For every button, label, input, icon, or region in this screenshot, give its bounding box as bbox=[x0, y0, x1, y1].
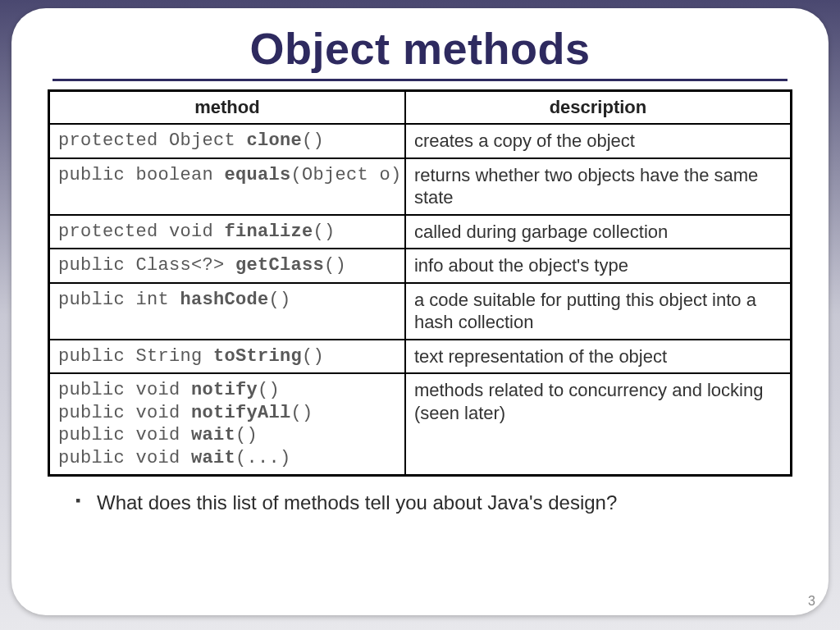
table-header-row: method description bbox=[49, 91, 792, 125]
bullet-question: What does this list of methods tell you … bbox=[75, 491, 792, 514]
method-signature-cell: public String toString() bbox=[49, 340, 405, 374]
method-name: finalize bbox=[225, 221, 313, 242]
method-name: toString bbox=[213, 346, 302, 367]
header-description: description bbox=[405, 91, 792, 125]
methods-table: method description protected Object clon… bbox=[48, 89, 792, 477]
method-signature: protected void finalize() bbox=[58, 221, 396, 244]
slide: Object methods method description protec… bbox=[11, 8, 829, 615]
method-signature: protected Object clone() bbox=[58, 130, 396, 153]
method-name: notify bbox=[191, 380, 258, 400]
title-underline bbox=[52, 79, 788, 81]
method-name: getClass bbox=[235, 255, 324, 276]
table-row: public Class<?> getClass()info about the… bbox=[49, 249, 792, 283]
method-description-cell: creates a copy of the object bbox=[405, 124, 792, 158]
method-name: clone bbox=[247, 130, 303, 151]
page-number: 3 bbox=[808, 594, 815, 609]
method-name: hashCode bbox=[180, 290, 269, 310]
method-signature-cell: public boolean equals(Object o) bbox=[49, 158, 405, 215]
method-signature-cell: protected void finalize() bbox=[49, 215, 405, 249]
method-name: wait bbox=[191, 448, 235, 468]
method-name: notifyAll bbox=[191, 403, 291, 423]
bullet-list: What does this list of methods tell you … bbox=[75, 491, 792, 514]
method-description-cell: a code suitable for putting this object … bbox=[405, 283, 792, 340]
table-row: public void notify() public void notifyA… bbox=[49, 373, 792, 476]
method-signature-cell: public int hashCode() bbox=[49, 283, 405, 340]
method-description-cell: info about the object's type bbox=[405, 249, 792, 283]
table-row: public int hashCode()a code suitable for… bbox=[49, 283, 792, 340]
method-signature: public Class<?> getClass() bbox=[58, 254, 396, 277]
method-description-cell: returns whether two objects have the sam… bbox=[405, 158, 792, 215]
method-description-cell: called during garbage collection bbox=[405, 215, 792, 249]
table-row: public boolean equals(Object o)returns w… bbox=[49, 158, 792, 215]
table-row: protected void finalize()called during g… bbox=[49, 215, 792, 249]
method-description-cell: text representation of the object bbox=[405, 340, 792, 374]
method-signature-cell: public Class<?> getClass() bbox=[49, 249, 405, 283]
header-method: method bbox=[49, 91, 405, 125]
method-signature-cell: public void notify() public void notifyA… bbox=[49, 373, 405, 476]
method-signature: public String toString() bbox=[58, 345, 396, 368]
method-name: equals bbox=[225, 165, 291, 185]
method-name: wait bbox=[191, 425, 235, 445]
method-description-cell: methods related to concurrency and locki… bbox=[405, 373, 792, 476]
slide-title: Object methods bbox=[48, 23, 792, 74]
method-signature-cell: protected Object clone() bbox=[49, 124, 405, 158]
method-signature: public int hashCode() bbox=[58, 289, 396, 312]
method-signature: public void notify() public void notifyA… bbox=[58, 379, 396, 469]
table-row: public String toString()text representat… bbox=[49, 340, 792, 374]
table-row: protected Object clone()creates a copy o… bbox=[49, 124, 792, 158]
method-signature: public boolean equals(Object o) bbox=[58, 164, 396, 187]
